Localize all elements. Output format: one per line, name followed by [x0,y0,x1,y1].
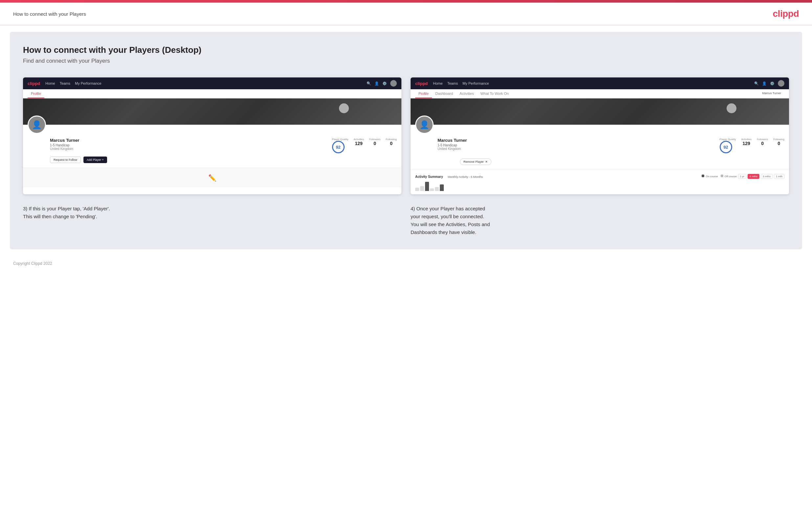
activities-label-2: Activities [741,138,752,141]
legend-on-course: On course [702,175,718,178]
app-tabs-1: Profile [23,89,401,99]
top-bar [0,0,812,3]
profile-handicap-2: 1-5 Handicap [438,144,713,147]
stat-quality-1: Player Quality 92 [332,138,349,153]
nav-link-performance-2[interactable]: My Performance [462,81,489,85]
following-label-1: Following [386,138,397,141]
golf-banner-1 [23,99,401,125]
bar-1 [415,188,419,191]
profile-handicap-1: 1-5 Handicap [50,144,325,147]
profile-info-2: Marcus Turner 1-5 Handicap United Kingdo… [438,138,784,153]
footer: Copyright Clippd 2022 [0,256,812,271]
description-step4: 4) Once your Player has acceptedyour req… [411,205,789,236]
activity-title: Activity Summary [415,175,443,178]
quality-label-2: Player Quality [720,138,736,141]
nav-link-home-2[interactable]: Home [433,81,443,85]
avatar-icon-2: 👤 [419,120,429,129]
add-player-button[interactable]: Add Player + [84,157,107,163]
descriptions-row: 3) If this is your Player tap, 'Add Play… [23,205,789,236]
activity-period: Monthly Activity - 6 Months [448,175,483,178]
profile-info-1: Marcus Turner 1-5 Handicap United Kingdo… [50,138,397,153]
profile-section-2: 👤 Marcus Turner 1-5 Handicap United King… [411,125,789,170]
main-subtitle: Find and connect with your Players [23,58,789,64]
profile-name-2: Marcus Turner [438,138,713,143]
tab-whattoworkon-2[interactable]: What To Work On [477,89,512,98]
app-nav-icons-2: 🔍 👤 ⚙️ [754,80,784,87]
profile-stats-1: Player Quality 92 Activities 129 Followe… [332,138,397,153]
pencil-icon: ✏️ [208,174,216,182]
main-title: How to connect with your Players (Deskto… [23,45,789,55]
quality-circle-1: 92 [332,141,345,153]
header: How to connect with your Players clippd [0,3,812,25]
activities-label-1: Activities [353,138,364,141]
golf-banner-circle-2 [726,103,737,113]
app-logo-2: clippd [415,81,428,86]
tab-profile-1[interactable]: Profile [28,89,44,98]
profile-name-1: Marcus Turner [50,138,325,143]
time-btn-1mth[interactable]: 1 mth [774,174,784,179]
user-icon-1[interactable]: 👤 [374,81,379,86]
user-dropdown-2[interactable]: Marcus Turner [759,89,784,98]
description-step3: 3) If this is your Player tap, 'Add Play… [23,205,401,236]
followers-label-2: Followers [757,138,768,141]
nav-link-teams-1[interactable]: Teams [60,81,70,85]
user-icon-2[interactable]: 👤 [762,81,767,86]
avatar-1: 👤 [28,115,46,134]
remove-player-label: Remove Player [463,160,484,163]
app-tabs-2: Profile Dashboard Activities What To Wor… [411,89,789,99]
following-label-2: Following [773,138,784,141]
stat-followers-2: Followers 0 [757,138,768,146]
profile-location-2: United Kingdom [438,147,713,151]
time-btn-3mths[interactable]: 3 mths [761,174,773,179]
nav-link-home-1[interactable]: Home [45,81,55,85]
time-btn-1yr[interactable]: 1 yr [738,174,746,179]
followers-value-2: 0 [757,141,768,146]
stat-quality-2: Player Quality 92 [720,138,736,153]
followers-value-1: 0 [369,141,380,146]
screenshot-1: clippd Home Teams My Performance 🔍 👤 ⚙️ … [23,77,401,194]
remove-player-button[interactable]: Remove Player ✕ [460,159,492,165]
nav-link-teams-2[interactable]: Teams [447,81,458,85]
app-nav-links-1: Home Teams My Performance [45,81,101,85]
remove-player-wrapper: Remove Player ✕ [438,156,784,165]
golf-banner-2 [411,99,789,125]
screenshots-row: clippd Home Teams My Performance 🔍 👤 ⚙️ … [23,77,789,194]
settings-icon-1[interactable]: ⚙️ [383,81,387,86]
app-nav-links-2: Home Teams My Performance [433,81,489,85]
nav-link-performance-1[interactable]: My Performance [75,81,101,85]
request-follow-button[interactable]: Request to Follow [50,157,81,163]
app-nav-icons-1: 🔍 👤 ⚙️ [367,80,397,87]
profile-details-1: Marcus Turner 1-5 Handicap United Kingdo… [50,138,325,151]
search-icon-2[interactable]: 🔍 [754,81,759,86]
avatar-circle-1[interactable] [390,80,397,87]
tab-profile-2[interactable]: Profile [415,89,432,98]
avatar-icon-1: 👤 [32,120,42,129]
bar-4 [430,188,434,191]
profile-location-1: United Kingdom [50,147,325,151]
avatar-circle-2[interactable] [778,80,784,87]
activity-title-block: Activity Summary Monthly Activity - 6 Mo… [415,173,483,179]
screenshot-2: clippd Home Teams My Performance 🔍 👤 ⚙️ … [411,77,789,194]
followers-label-1: Followers [369,138,380,141]
activities-value-1: 129 [353,141,364,146]
stat-followers-1: Followers 0 [369,138,380,146]
bar-5 [435,187,439,191]
step4-text: 4) Once your Player has acceptedyour req… [411,205,789,236]
legend-off-course-dot [721,175,723,177]
profile-details-2: Marcus Turner 1-5 Handicap United Kingdo… [438,138,713,151]
tab-activities-2[interactable]: Activities [456,89,477,98]
settings-icon-2[interactable]: ⚙️ [770,81,774,86]
following-value-2: 0 [773,141,784,146]
copyright-text: Copyright Clippd 2022 [13,261,52,266]
main-content: How to connect with your Players (Deskto… [10,32,802,249]
time-btn-6mths[interactable]: 6 mths [748,174,759,179]
tab-dashboard-2[interactable]: Dashboard [432,89,456,98]
legend-off-course: Off course [721,175,737,178]
activity-section: Activity Summary Monthly Activity - 6 Mo… [411,170,789,194]
legend-on-course-dot [702,175,704,177]
pencil-area: ✏️ [23,168,401,187]
search-icon-1[interactable]: 🔍 [367,81,371,86]
bar-3 [425,182,429,191]
header-title: How to connect with your Players [13,11,86,17]
app-logo-1: clippd [28,81,40,86]
